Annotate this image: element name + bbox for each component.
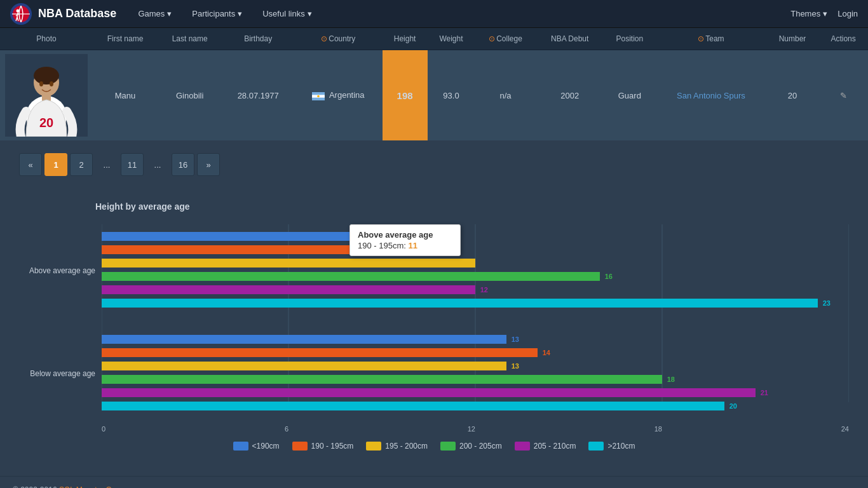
nav-right: Themes ▾ Login [790, 9, 858, 18]
legend-color-gt210 [588, 442, 604, 451]
svg-point-14 [50, 81, 53, 86]
login-button[interactable]: Login [837, 9, 858, 18]
svg-point-3 [17, 9, 20, 12]
legend-color-200-205 [440, 442, 456, 451]
player-weight: 93.0 [428, 50, 475, 141]
next-page-button[interactable]: » [197, 153, 220, 176]
brand: NBA Database [10, 3, 116, 25]
legend-item-190-195: 190 - 195cm [292, 442, 354, 451]
bar-above-190: 9 [102, 232, 382, 241]
page-button-16[interactable]: 16 [172, 153, 194, 176]
legend-item-195-200: 195 - 200cm [366, 442, 428, 451]
legend-item-200-205: 200 - 205cm [440, 442, 502, 451]
team-link[interactable]: San Antonio Spurs [677, 91, 745, 100]
legend-label: 195 - 200cm [385, 442, 428, 451]
table-row: 20 Manu Ginobili 28.07.1977 [0, 50, 868, 141]
chart-inner: Above average age 190 - 195cm: 11 Above … [102, 224, 849, 433]
chevron-down-icon: ▾ [308, 9, 312, 18]
legend-label: 200 - 205cm [459, 442, 502, 451]
bar-below-205-210: 21 [102, 388, 756, 397]
chart-section: Height by average age Above average age … [0, 189, 868, 470]
x-axis-label: 6 [285, 425, 288, 433]
bar-row: 11 [102, 244, 849, 255]
bar-below-210: 20 [102, 402, 724, 410]
app-title: NBA Database [38, 7, 116, 20]
x-axis-label: 12 [468, 425, 475, 433]
player-photo-cell: 20 [0, 50, 93, 141]
player-team: San Antonio Spurs [656, 50, 766, 141]
col-position[interactable]: Position [604, 28, 656, 50]
col-height[interactable]: Height [383, 28, 428, 50]
table-section: Photo First name Last name Birthday ⊙Cou… [0, 28, 868, 140]
chart-x-axis: 0 6 12 18 24 [102, 425, 849, 433]
chart-legend: <190cm 190 - 195cm 195 - 200cm 200 - 205… [19, 442, 849, 451]
bar-value: 14 [543, 349, 550, 356]
col-number[interactable]: Number [766, 28, 818, 50]
col-college[interactable]: ⊙College [475, 28, 536, 50]
col-birthday[interactable]: Birthday [222, 28, 294, 50]
footer-suffix: . [127, 485, 129, 488]
player-number: 20 [766, 50, 818, 141]
page-button-2[interactable]: 2 [70, 153, 93, 176]
bar-row: 21 [102, 387, 849, 398]
chart-group-above: Above average age 9 11 [102, 224, 849, 317]
bar-value: 21 [761, 389, 768, 396]
x-axis-label: 24 [841, 425, 849, 433]
prev-page-button[interactable]: « [19, 153, 42, 176]
col-nba-debut[interactable]: NBA Debut [536, 28, 604, 50]
footer-copyright: © 2002-2016 [13, 485, 59, 488]
bar-value: 13 [512, 362, 519, 370]
page-button-11[interactable]: 11 [121, 153, 144, 176]
bar-value: 9 [391, 233, 395, 240]
legend-label: >210cm [607, 442, 635, 451]
legend-label: 205 - 210cm [534, 442, 576, 451]
chevron-down-icon: ▾ [823, 9, 827, 18]
bar-row: 23 [102, 297, 849, 309]
chevron-down-icon: ▾ [167, 9, 172, 18]
bar-above-210: 23 [102, 299, 818, 308]
player-photo: 20 [5, 54, 88, 137]
bar-row: 13 [102, 360, 849, 372]
page-button-1[interactable]: 1 [44, 153, 67, 176]
legend-item-lt190: <190cm [233, 442, 280, 451]
legend-label: 190 - 195cm [311, 442, 354, 451]
navbar: NBA Database Games ▾ Participants ▾ Usef… [0, 0, 868, 28]
nba-logo [10, 3, 32, 25]
player-position: Guard [604, 50, 656, 141]
bar-value: 18 [667, 376, 675, 383]
pagination: « 1 2 ... 11 ... 16 » [0, 140, 868, 189]
page-dots-2: ... [146, 153, 169, 176]
legend-color-lt190 [233, 442, 248, 451]
chart-title: Height by average age [95, 201, 849, 212]
bar-value: 11 [449, 246, 457, 254]
bar-row: 16 [102, 271, 849, 282]
legend-item-gt210: >210cm [588, 442, 635, 451]
col-lastname[interactable]: Last name [158, 28, 222, 50]
player-actions: ✎ [818, 50, 868, 141]
footer: © 2002-2016 SQL Maestro Group. [0, 476, 868, 488]
nav-games[interactable]: Games ▾ [129, 0, 180, 28]
svg-point-12 [34, 67, 59, 85]
nav-useful-links[interactable]: Useful links ▾ [254, 0, 320, 28]
themes-dropdown[interactable]: Themes ▾ [790, 9, 827, 18]
player-country: Argentina [294, 50, 382, 141]
bar-value: 23 [823, 299, 831, 307]
nav-participants[interactable]: Participants ▾ [183, 0, 251, 28]
bar-row: 20 [102, 400, 849, 412]
bar-above-205-210: 12 [102, 285, 475, 294]
col-country[interactable]: ⊙Country [294, 28, 382, 50]
col-weight[interactable]: Weight [428, 28, 475, 50]
bar-row: 12 [102, 284, 849, 295]
bar-row: 18 [102, 374, 849, 385]
chart-container: Above average age 190 - 195cm: 11 Above … [19, 224, 849, 451]
footer-link[interactable]: SQL Maestro Group [59, 485, 127, 488]
legend-color-205-210 [515, 442, 530, 451]
edit-icon[interactable]: ✎ [840, 91, 847, 100]
chart-rows: Above average age 9 11 [102, 224, 849, 420]
svg-point-13 [39, 81, 43, 86]
player-height: 198 [383, 50, 428, 141]
argentina-flag-icon [312, 92, 325, 100]
col-team[interactable]: ⊙Team [656, 28, 766, 50]
bar-below-190-195: 14 [102, 348, 538, 357]
col-firstname[interactable]: First name [93, 28, 158, 50]
